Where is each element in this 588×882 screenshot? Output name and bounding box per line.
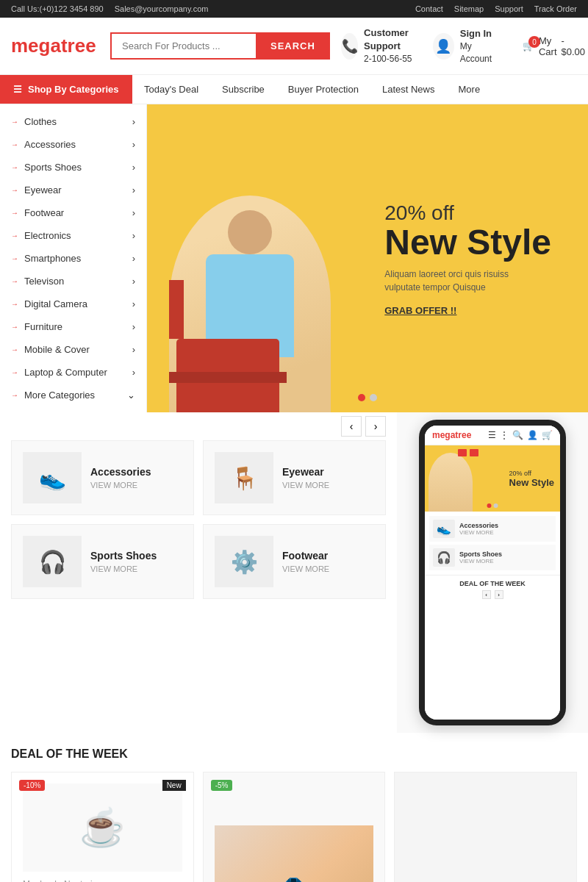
phone-deal-next[interactable]: › — [495, 590, 503, 599]
cat-card-sports: 🎧 Sports Shoes VIEW MORE — [11, 524, 194, 599]
sidebar-item-television[interactable]: →Televison › — [0, 270, 146, 293]
sidebar-item-smartphones[interactable]: →Smartphones › — [0, 247, 146, 270]
cart-total: - $0.00 — [562, 35, 586, 57]
arrow-icon: → — [11, 277, 18, 285]
nav-buyer-protection[interactable]: Buyer Protection — [276, 75, 370, 104]
cart-action[interactable]: 🛒 0 My Cart - $0.00 — [512, 29, 588, 63]
contact-link[interactable]: Contact — [415, 4, 443, 13]
hero-dots — [358, 394, 377, 401]
support-text: Customer Support 2-100-56-55 — [364, 26, 418, 65]
hero-dot-2[interactable] — [370, 394, 377, 401]
sidebar-item-footwear[interactable]: →Footwear › — [0, 201, 146, 224]
customer-support: 📞 Customer Support 2-100-56-55 — [341, 26, 418, 65]
deal-img-2: 🧥 — [215, 825, 374, 882]
hamburger-icon: ☰ — [13, 84, 22, 95]
categories-label: Shop By Categories — [28, 84, 119, 95]
deal-section-title: DEAL OF THE WEEK — [11, 747, 577, 761]
next-arrow[interactable]: › — [365, 416, 386, 437]
email-info: Sales@yourcompany.com — [115, 4, 209, 13]
sidebar-item-eyewear[interactable]: →Eyewear › — [0, 179, 146, 201]
hero-percent: 20% off — [384, 201, 551, 225]
phone-header: megatree ☰ ⋮ 🔍 👤 🛒 — [425, 426, 560, 445]
account-icon: 👤 — [433, 33, 454, 60]
hero-subtitle: Aliquam laoreet orci quis risuiss vulput… — [384, 268, 546, 294]
deal-card-phone: 📱 — [394, 772, 577, 882]
chevron-icon: › — [132, 139, 135, 150]
phone-categories: 👟 Accessories VIEW MORE 🎧 Sports Shoes V… — [425, 512, 560, 575]
phone-user-icon: 👤 — [527, 430, 538, 440]
phone-deal-prev[interactable]: ‹ — [482, 590, 491, 599]
chevron-icon: › — [132, 298, 135, 309]
nav-more[interactable]: More — [447, 75, 492, 104]
arrow-icon: → — [11, 323, 18, 331]
chevron-icon: › — [132, 207, 135, 218]
cat-viewmore[interactable]: VIEW MORE — [90, 564, 157, 573]
sidebar: →Clothes › →Accessories › →Sports Shoes … — [0, 104, 147, 412]
top-bar-right: Contact Sitemap Support Track Order — [415, 4, 577, 13]
categories-btn[interactable]: ☰ Shop By Categories — [0, 75, 132, 104]
account-action[interactable]: 👤 Sign In My Account — [433, 27, 497, 65]
sidebar-item-electronics[interactable]: →Electronics › — [0, 224, 146, 247]
nav-arrows: ‹ › — [0, 412, 397, 440]
cart-badge: 0 — [528, 36, 540, 48]
track-order-link[interactable]: Track Order — [534, 4, 577, 13]
search-button[interactable]: SEARCH — [256, 32, 330, 60]
phone-icons: ☰ ⋮ 🔍 👤 🛒 — [488, 430, 553, 440]
phone-info: Call Us:(+0)122 3454 890 — [11, 4, 104, 13]
deal-grid: -10% New ☕ Meghpolo Nepturis ★★★☆☆ $77.0… — [11, 772, 577, 882]
arrow-icon: → — [11, 163, 18, 171]
cart-label: My Cart — [539, 35, 557, 57]
cat-grid-area: ‹ › 👟 Accessories VIEW MORE 🪑 Eyewear VI… — [0, 412, 397, 733]
chevron-down-icon: ⌄ — [127, 390, 135, 401]
category-grid: 👟 Accessories VIEW MORE 🪑 Eyewear VIEW M… — [0, 440, 397, 610]
search-bar: SEARCH — [110, 32, 330, 60]
cat-viewmore[interactable]: VIEW MORE — [282, 564, 329, 573]
sidebar-item-more-categories[interactable]: →More Categories ⌄ — [0, 384, 146, 406]
chevron-icon: › — [132, 184, 135, 196]
top-bar-left: Call Us:(+0)122 3454 890 Sales@yourcompa… — [11, 4, 208, 13]
deal-card-2: -5% 🧥 — [203, 772, 386, 882]
sidebar-item-sports-shoes[interactable]: →Sports Shoes › — [0, 156, 146, 179]
account-text: Sign In My Account — [460, 27, 497, 65]
sidebar-item-mobile-cover[interactable]: →Mobile & Cover › — [0, 338, 146, 361]
search-input[interactable] — [110, 32, 256, 60]
nav-latest-news[interactable]: Latest News — [370, 75, 447, 104]
arrow-icon: → — [11, 232, 18, 240]
cat-img-accessories: 👟 — [23, 452, 82, 503]
deal-badge-1: -10% — [19, 780, 45, 791]
nav-todays-deal[interactable]: Today's Deal — [132, 75, 210, 104]
hero-cta[interactable]: GRAB OFFER !! — [384, 305, 456, 316]
chevron-icon: › — [132, 321, 135, 332]
hero-text: 20% off New Style Aliquam laoreet orci q… — [384, 201, 551, 316]
cat-viewmore[interactable]: VIEW MORE — [282, 481, 329, 490]
arrow-icon: → — [11, 345, 18, 354]
phone-logo: megatree — [432, 430, 471, 440]
sitemap-link[interactable]: Sitemap — [454, 4, 484, 13]
phone-deal-label: DEAL OF THE WEEK ‹ › — [425, 575, 560, 603]
logo-suffix: tree — [61, 35, 96, 57]
hero-dot-1[interactable] — [358, 394, 365, 401]
cat-info-sports: Sports Shoes VIEW MORE — [90, 550, 157, 573]
support-link[interactable]: Support — [495, 4, 523, 13]
phone-mockup: megatree ☰ ⋮ 🔍 👤 🛒 20% off New Style — [419, 420, 566, 725]
hero-title: New Style — [384, 225, 551, 260]
mid-section: ‹ › 👟 Accessories VIEW MORE 🪑 Eyewear VI… — [0, 412, 588, 733]
arrow-icon: → — [11, 186, 18, 194]
cart-icon-wrap: 🛒 0 — [523, 40, 534, 51]
sidebar-item-laptop[interactable]: →Laptop & Computer › — [0, 361, 146, 384]
sidebar-item-digital-camera[interactable]: →Digital Camera › — [0, 293, 146, 315]
nav-subscribe[interactable]: Subscribe — [210, 75, 276, 104]
sidebar-item-accessories[interactable]: →Accessories › — [0, 133, 146, 156]
prev-arrow[interactable]: ‹ — [341, 416, 362, 437]
cat-card-footwear: ⚙️ Footwear VIEW MORE — [203, 524, 386, 599]
hero-banner: 20% off New Style Aliquam laoreet orci q… — [147, 104, 588, 412]
sidebar-item-furniture[interactable]: →Furniture › — [0, 315, 146, 338]
header-actions: 📞 Customer Support 2-100-56-55 👤 Sign In… — [341, 26, 588, 65]
arrow-icon: → — [11, 209, 18, 217]
arrow-icon: → — [11, 391, 18, 399]
cat-viewmore[interactable]: VIEW MORE — [90, 481, 151, 490]
main-content: →Clothes › →Accessories › →Sports Shoes … — [0, 104, 588, 412]
cat-info-accessories: Accessories VIEW MORE — [90, 466, 151, 490]
sidebar-item-clothes[interactable]: →Clothes › — [0, 110, 146, 133]
chevron-icon: › — [132, 344, 135, 355]
